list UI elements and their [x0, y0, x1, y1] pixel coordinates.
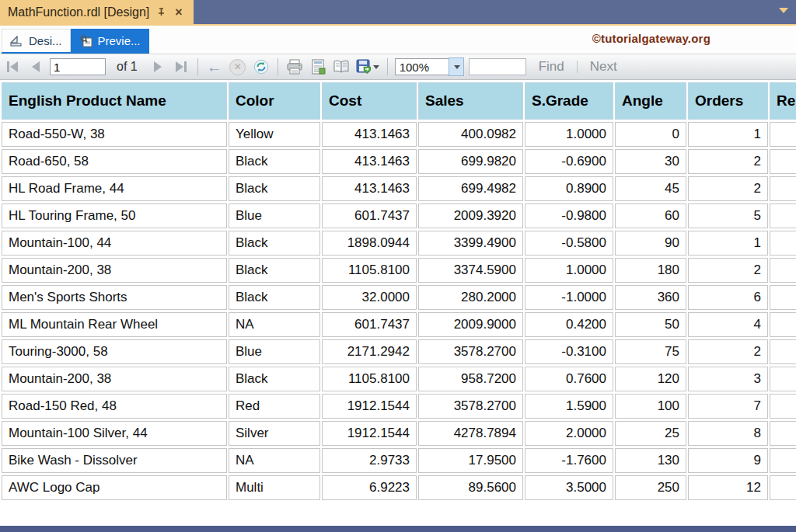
- column-header: Angle: [615, 82, 686, 120]
- table-cell: 50: [615, 312, 686, 337]
- table-cell: 0.8900: [525, 176, 613, 201]
- table-cell: 75: [615, 339, 686, 364]
- table-cell: Mountain-100, 44: [2, 231, 227, 256]
- export-button[interactable]: [355, 57, 380, 76]
- report-preview-area: English Product NameColorCostSalesS.Grad…: [0, 80, 796, 526]
- table-cell: 0.04535276: [770, 394, 796, 419]
- table-cell: 89.5600: [418, 475, 523, 500]
- table-cell: Road-150 Red, 48: [2, 394, 227, 419]
- table-row: Mountain-100, 44Black1898.09443399.4900-…: [2, 231, 796, 256]
- table-cell: 2009.3920: [418, 203, 523, 228]
- table-cell: Multi: [229, 475, 320, 500]
- table-cell: 0: [615, 122, 686, 147]
- tab-preview-label: Previe...: [98, 34, 141, 47]
- table-cell: 7: [688, 394, 768, 419]
- document-tab[interactable]: MathFunction.rdl [Design] ×: [0, 0, 194, 24]
- print-button[interactable]: [285, 57, 304, 76]
- table-cell: 25: [615, 421, 686, 446]
- table-cell: 8: [688, 421, 768, 446]
- table-cell: 2.0000: [525, 421, 613, 446]
- previous-page-icon: [32, 61, 40, 72]
- table-row: Men's Sports ShortsBlack32.0000280.2000-…: [2, 285, 796, 310]
- brand-watermark: ©tutorialgateway.org: [592, 32, 710, 45]
- find-button[interactable]: Find: [531, 59, 572, 75]
- table-row: Mountain-100 Silver, 44Silver1912.154442…: [2, 421, 796, 446]
- table-row: Mountain-200, 38Black1105.81003374.59001…: [2, 258, 796, 283]
- back-button[interactable]: ←: [205, 57, 224, 76]
- table-cell: Blue: [229, 203, 320, 228]
- table-cell: Yellow: [229, 122, 320, 147]
- print-icon: [286, 59, 303, 75]
- table-row: Touring-3000, 58Blue2171.29423578.2700-0…: [2, 339, 796, 364]
- last-page-icon: [176, 61, 187, 72]
- table-row: ML Mountain Rear WheelNA601.74372009.900…: [2, 312, 796, 337]
- table-cell: 400.0982: [418, 122, 523, 147]
- table-cell: -0.6900: [525, 149, 613, 174]
- window-list-caret-icon[interactable]: [779, 8, 788, 13]
- table-cell: Touring-3000, 58: [2, 339, 227, 364]
- export-caret-icon: [373, 65, 379, 69]
- table-row: Road-650, 58Black413.1463699.9820-0.6900…: [2, 149, 796, 174]
- table-cell: 1912.1544: [322, 394, 417, 419]
- table-cell: 12: [688, 475, 768, 500]
- refresh-icon: [253, 59, 269, 75]
- table-cell: 3578.2700: [418, 339, 523, 364]
- zoom-dropdown-button[interactable]: [449, 57, 464, 76]
- table-row: Road-150 Red, 48Red1912.15443578.27001.5…: [2, 394, 796, 419]
- table-cell: 90: [615, 231, 686, 256]
- table-cell: 3374.5900: [418, 258, 523, 283]
- table-cell: 250: [615, 475, 686, 500]
- table-cell: 360: [615, 285, 686, 310]
- table-cell: 2: [688, 149, 768, 174]
- table-cell: HL Road Frame, 44: [2, 176, 227, 201]
- zoom-caret-icon: [454, 65, 460, 69]
- table-row: Mountain-200, 38Black1105.8100958.72000.…: [2, 367, 796, 391]
- table-cell: -1.7600: [525, 448, 613, 473]
- table-cell: 2171.2942: [322, 339, 417, 364]
- next-page-button[interactable]: [148, 57, 167, 76]
- table-cell: Road-550-W, 38: [2, 122, 227, 147]
- table-cell: Bike Wash - Dissolver: [2, 448, 227, 473]
- previous-page-button[interactable]: [26, 57, 45, 76]
- refresh-button[interactable]: [252, 57, 271, 76]
- stop-button[interactable]: ✕: [229, 57, 247, 76]
- table-cell: 601.7437: [322, 203, 417, 228]
- table-cell: 130: [615, 448, 686, 473]
- table-cell: Black: [229, 258, 320, 283]
- table-cell: 0.301948: [770, 231, 796, 256]
- zoom-select[interactable]: 100%: [395, 58, 449, 75]
- bottom-status-strip: [0, 526, 796, 532]
- table-cell: 0.8626193: [770, 448, 796, 473]
- table-cell: 100: [615, 394, 686, 419]
- table-cell: 30: [615, 149, 686, 174]
- tab-design[interactable]: Desi...: [2, 29, 71, 52]
- close-icon[interactable]: ×: [173, 6, 183, 19]
- first-page-button[interactable]: [3, 57, 22, 76]
- table-cell: 699.9820: [418, 149, 523, 174]
- view-tabs: Desi... Previe...: [2, 29, 149, 54]
- column-header: Cost: [322, 82, 417, 120]
- table-cell: 1.0000: [525, 258, 613, 283]
- table-cell: 1: [688, 122, 768, 147]
- table-cell: 1: [688, 231, 768, 256]
- table-cell: 0.7090379: [770, 367, 796, 391]
- last-page-button[interactable]: [172, 57, 190, 76]
- print-layout-button[interactable]: [309, 57, 327, 76]
- table-cell: 6.9223: [322, 475, 417, 500]
- find-next-button[interactable]: Next: [582, 59, 625, 75]
- table-cell: 0.79048: [770, 475, 796, 500]
- page-setup-button[interactable]: [332, 57, 351, 76]
- table-cell: 0.81449: [770, 339, 796, 364]
- tab-preview[interactable]: Previe...: [71, 29, 149, 52]
- find-input[interactable]: [469, 58, 526, 75]
- page-number-input[interactable]: [50, 58, 106, 75]
- view-tab-strip: Desi... Previe... ©tutorialgateway.org: [0, 26, 796, 54]
- table-cell: 60: [615, 203, 686, 228]
- table-cell: 180: [615, 258, 686, 283]
- table-cell: 1105.8100: [322, 367, 417, 391]
- pin-icon[interactable]: [156, 7, 166, 17]
- table-cell: 2: [688, 176, 768, 201]
- table-cell: Road-650, 58: [2, 149, 227, 174]
- table-cell: 3: [688, 367, 768, 391]
- table-row: HL Touring Frame, 50Blue601.74372009.392…: [2, 203, 796, 228]
